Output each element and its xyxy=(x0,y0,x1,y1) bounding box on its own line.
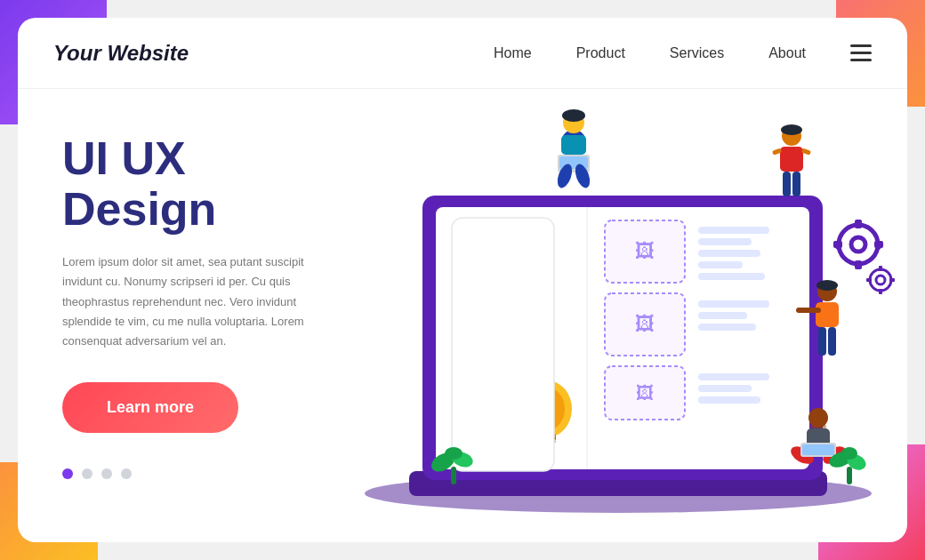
svg-text:🖼: 🖼 xyxy=(635,240,655,262)
svg-text:🖼: 🖼 xyxy=(636,383,654,403)
svg-rect-64 xyxy=(816,302,839,327)
hamburger-line-1 xyxy=(850,44,872,47)
hamburger-line-2 xyxy=(850,52,872,54)
svg-rect-54 xyxy=(783,172,791,196)
svg-rect-74 xyxy=(802,444,834,455)
site-logo[interactable]: Your Website xyxy=(53,41,189,66)
svg-point-104 xyxy=(841,447,857,460)
nav-link-product[interactable]: Product xyxy=(576,45,625,60)
page-container: Your Website Home Product Services About… xyxy=(0,0,925,560)
svg-rect-36 xyxy=(698,324,756,331)
nav-item-about[interactable]: About xyxy=(768,45,806,61)
svg-rect-31 xyxy=(698,250,760,257)
svg-rect-32 xyxy=(698,261,743,268)
svg-point-63 xyxy=(816,280,838,291)
svg-rect-67 xyxy=(828,327,836,356)
main-content: UI UX Design Lorem ipsum dolor sit amet,… xyxy=(18,89,907,542)
svg-rect-37 xyxy=(698,373,769,380)
carousel-dot-1[interactable] xyxy=(62,468,73,479)
svg-point-43 xyxy=(562,109,585,122)
svg-rect-97 xyxy=(451,467,456,484)
svg-rect-66 xyxy=(818,327,826,356)
svg-point-50 xyxy=(781,124,802,135)
svg-rect-55 xyxy=(792,172,800,196)
carousel-dots xyxy=(62,468,320,479)
learn-more-button[interactable]: Learn more xyxy=(62,382,238,433)
carousel-dot-2[interactable] xyxy=(82,468,92,479)
nav-item-home[interactable]: Home xyxy=(494,45,532,61)
svg-rect-34 xyxy=(698,300,769,308)
svg-rect-51 xyxy=(780,147,803,172)
svg-rect-84 xyxy=(855,220,862,228)
hamburger-menu[interactable] xyxy=(850,44,872,61)
svg-rect-35 xyxy=(698,312,747,319)
carousel-dot-4[interactable] xyxy=(121,468,132,479)
nav-link-about[interactable]: About xyxy=(768,45,806,60)
svg-rect-65 xyxy=(796,308,821,313)
nav-item-product[interactable]: Product xyxy=(576,45,625,61)
svg-rect-39 xyxy=(698,396,760,404)
hero-left: UI UX Design Lorem ipsum dolor sit amet,… xyxy=(18,89,356,542)
nav-link-services[interactable]: Services xyxy=(670,45,724,60)
svg-text:🖼: 🖼 xyxy=(635,313,655,335)
svg-rect-38 xyxy=(698,385,752,392)
svg-rect-101 xyxy=(847,467,852,484)
svg-rect-29 xyxy=(698,227,769,234)
nav-links: Home Product Services About xyxy=(494,45,806,61)
svg-rect-92 xyxy=(879,266,882,271)
carousel-dot-3[interactable] xyxy=(101,468,112,479)
nav-item-services[interactable]: Services xyxy=(670,45,724,61)
svg-point-90 xyxy=(870,269,891,291)
hero-body-text: Lorem ipsum dolor sit amet, sea putant s… xyxy=(62,252,311,350)
hamburger-line-3 xyxy=(850,59,872,61)
svg-point-91 xyxy=(876,276,885,284)
svg-rect-44 xyxy=(561,135,586,155)
illustration-svg: 🖼 🖼 🖼 xyxy=(356,89,907,542)
nav-link-home[interactable]: Home xyxy=(494,45,532,60)
svg-point-82 xyxy=(839,225,878,264)
hero-title: UI UX Design xyxy=(62,133,320,235)
svg-rect-96 xyxy=(452,218,554,471)
main-card: Your Website Home Product Services About… xyxy=(18,18,907,542)
navbar: Your Website Home Product Services About xyxy=(18,18,907,89)
svg-rect-33 xyxy=(698,273,765,280)
svg-rect-85 xyxy=(855,260,862,269)
svg-point-100 xyxy=(445,447,462,460)
hero-illustration: 🖼 🖼 🖼 xyxy=(356,89,907,542)
svg-rect-30 xyxy=(698,238,752,245)
svg-rect-94 xyxy=(889,278,895,282)
svg-rect-95 xyxy=(866,278,872,282)
svg-rect-93 xyxy=(879,289,882,294)
svg-point-83 xyxy=(851,237,865,252)
